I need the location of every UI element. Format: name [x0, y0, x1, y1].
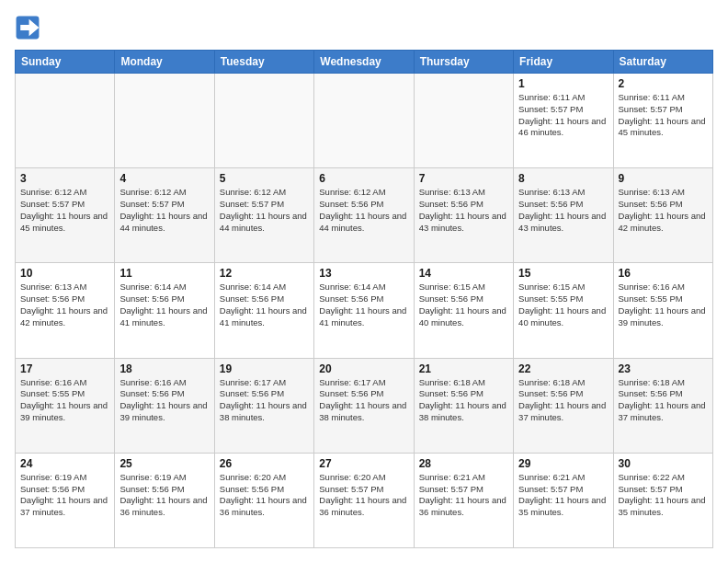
day-number: 29 — [518, 457, 608, 470]
day-info: Sunrise: 6:16 AM Sunset: 5:55 PM Dayligh… — [20, 377, 109, 424]
day-number: 21 — [419, 362, 508, 375]
day-cell: 4Sunrise: 6:12 AM Sunset: 5:57 PM Daylig… — [115, 168, 214, 263]
day-cell: 18Sunrise: 6:16 AM Sunset: 5:56 PM Dayli… — [115, 358, 214, 453]
week-row-2: 3Sunrise: 6:12 AM Sunset: 5:57 PM Daylig… — [16, 168, 713, 263]
day-info: Sunrise: 6:18 AM Sunset: 5:56 PM Dayligh… — [419, 377, 508, 424]
day-cell: 11Sunrise: 6:14 AM Sunset: 5:56 PM Dayli… — [115, 263, 214, 358]
day-number: 30 — [619, 457, 708, 470]
day-info: Sunrise: 6:18 AM Sunset: 5:56 PM Dayligh… — [619, 377, 708, 424]
weekday-header-thursday: Thursday — [414, 51, 513, 74]
day-cell — [414, 74, 513, 168]
day-number: 1 — [518, 77, 608, 90]
week-row-5: 24Sunrise: 6:19 AM Sunset: 5:56 PM Dayli… — [16, 453, 713, 547]
day-cell: 22Sunrise: 6:18 AM Sunset: 5:56 PM Dayli… — [514, 358, 613, 453]
day-number: 19 — [220, 362, 309, 375]
day-cell: 30Sunrise: 6:22 AM Sunset: 5:57 PM Dayli… — [613, 453, 712, 547]
day-number: 20 — [319, 362, 408, 375]
day-info: Sunrise: 6:13 AM Sunset: 5:56 PM Dayligh… — [619, 187, 708, 234]
day-number: 22 — [518, 362, 608, 375]
day-cell: 2Sunrise: 6:11 AM Sunset: 5:57 PM Daylig… — [613, 74, 712, 168]
weekday-header-monday: Monday — [115, 51, 214, 74]
day-number: 28 — [419, 457, 508, 470]
day-info: Sunrise: 6:14 AM Sunset: 5:56 PM Dayligh… — [119, 282, 209, 328]
day-number: 15 — [518, 267, 608, 280]
day-info: Sunrise: 6:13 AM Sunset: 5:56 PM Dayligh… — [20, 282, 109, 328]
day-info: Sunrise: 6:13 AM Sunset: 5:56 PM Dayligh… — [518, 187, 608, 234]
week-row-1: 1Sunrise: 6:11 AM Sunset: 5:57 PM Daylig… — [16, 74, 713, 168]
day-number: 2 — [619, 77, 708, 90]
day-cell: 23Sunrise: 6:18 AM Sunset: 5:56 PM Dayli… — [613, 358, 712, 453]
day-cell: 5Sunrise: 6:12 AM Sunset: 5:57 PM Daylig… — [214, 168, 313, 263]
day-info: Sunrise: 6:12 AM Sunset: 5:57 PM Dayligh… — [119, 187, 209, 234]
page: SundayMondayTuesdayWednesdayThursdayFrid… — [0, 0, 728, 563]
day-number: 9 — [619, 172, 708, 185]
weekday-header-sunday: Sunday — [16, 51, 115, 74]
day-info: Sunrise: 6:13 AM Sunset: 5:56 PM Dayligh… — [419, 187, 508, 234]
day-cell: 15Sunrise: 6:15 AM Sunset: 5:55 PM Dayli… — [514, 263, 613, 358]
day-number: 4 — [119, 172, 209, 185]
day-number: 17 — [20, 362, 109, 375]
day-number: 12 — [220, 267, 309, 280]
day-number: 6 — [319, 172, 408, 185]
day-cell: 20Sunrise: 6:17 AM Sunset: 5:56 PM Dayli… — [314, 358, 414, 453]
day-number: 3 — [20, 172, 109, 185]
header — [15, 15, 713, 40]
day-info: Sunrise: 6:11 AM Sunset: 5:57 PM Dayligh… — [619, 92, 708, 139]
weekday-header-row: SundayMondayTuesdayWednesdayThursdayFrid… — [16, 51, 713, 74]
day-cell: 8Sunrise: 6:13 AM Sunset: 5:56 PM Daylig… — [514, 168, 613, 263]
day-info: Sunrise: 6:22 AM Sunset: 5:57 PM Dayligh… — [619, 472, 708, 519]
day-cell: 26Sunrise: 6:20 AM Sunset: 5:56 PM Dayli… — [214, 453, 313, 547]
calendar-table: SundayMondayTuesdayWednesdayThursdayFrid… — [15, 50, 713, 548]
day-cell: 1Sunrise: 6:11 AM Sunset: 5:57 PM Daylig… — [514, 74, 613, 168]
day-cell: 17Sunrise: 6:16 AM Sunset: 5:55 PM Dayli… — [16, 358, 115, 453]
day-cell: 21Sunrise: 6:18 AM Sunset: 5:56 PM Dayli… — [414, 358, 513, 453]
day-number: 10 — [20, 267, 109, 280]
day-number: 26 — [220, 457, 309, 470]
day-info: Sunrise: 6:17 AM Sunset: 5:56 PM Dayligh… — [319, 377, 408, 424]
day-cell: 19Sunrise: 6:17 AM Sunset: 5:56 PM Dayli… — [214, 358, 313, 453]
logo — [15, 15, 44, 40]
day-cell — [314, 74, 414, 168]
weekday-header-saturday: Saturday — [613, 51, 712, 74]
day-info: Sunrise: 6:17 AM Sunset: 5:56 PM Dayligh… — [220, 377, 309, 424]
day-number: 24 — [20, 457, 109, 470]
day-info: Sunrise: 6:16 AM Sunset: 5:55 PM Dayligh… — [619, 282, 708, 328]
day-info: Sunrise: 6:18 AM Sunset: 5:56 PM Dayligh… — [518, 377, 608, 424]
day-cell: 25Sunrise: 6:19 AM Sunset: 5:56 PM Dayli… — [115, 453, 214, 547]
day-cell: 6Sunrise: 6:12 AM Sunset: 5:56 PM Daylig… — [314, 168, 414, 263]
day-info: Sunrise: 6:20 AM Sunset: 5:57 PM Dayligh… — [319, 472, 408, 519]
day-info: Sunrise: 6:14 AM Sunset: 5:56 PM Dayligh… — [319, 282, 408, 328]
day-number: 5 — [220, 172, 309, 185]
day-number: 27 — [319, 457, 408, 470]
day-cell: 13Sunrise: 6:14 AM Sunset: 5:56 PM Dayli… — [314, 263, 414, 358]
day-info: Sunrise: 6:20 AM Sunset: 5:56 PM Dayligh… — [220, 472, 309, 519]
day-number: 16 — [619, 267, 708, 280]
day-cell — [16, 74, 115, 168]
day-info: Sunrise: 6:15 AM Sunset: 5:56 PM Dayligh… — [419, 282, 508, 328]
day-number: 11 — [119, 267, 209, 280]
day-cell: 14Sunrise: 6:15 AM Sunset: 5:56 PM Dayli… — [414, 263, 513, 358]
week-row-3: 10Sunrise: 6:13 AM Sunset: 5:56 PM Dayli… — [16, 263, 713, 358]
day-info: Sunrise: 6:12 AM Sunset: 5:57 PM Dayligh… — [20, 187, 109, 234]
day-number: 7 — [419, 172, 508, 185]
day-info: Sunrise: 6:19 AM Sunset: 5:56 PM Dayligh… — [20, 472, 109, 519]
day-cell: 24Sunrise: 6:19 AM Sunset: 5:56 PM Dayli… — [16, 453, 115, 547]
day-info: Sunrise: 6:15 AM Sunset: 5:55 PM Dayligh… — [518, 282, 608, 328]
day-cell: 16Sunrise: 6:16 AM Sunset: 5:55 PM Dayli… — [613, 263, 712, 358]
logo-icon — [15, 15, 40, 40]
day-number: 18 — [119, 362, 209, 375]
day-cell — [115, 74, 214, 168]
day-info: Sunrise: 6:12 AM Sunset: 5:56 PM Dayligh… — [319, 187, 408, 234]
day-number: 14 — [419, 267, 508, 280]
weekday-header-friday: Friday — [514, 51, 613, 74]
day-cell — [214, 74, 313, 168]
week-row-4: 17Sunrise: 6:16 AM Sunset: 5:55 PM Dayli… — [16, 358, 713, 453]
day-cell: 28Sunrise: 6:21 AM Sunset: 5:57 PM Dayli… — [414, 453, 513, 547]
day-number: 8 — [518, 172, 608, 185]
day-info: Sunrise: 6:21 AM Sunset: 5:57 PM Dayligh… — [419, 472, 508, 519]
day-info: Sunrise: 6:16 AM Sunset: 5:56 PM Dayligh… — [119, 377, 209, 424]
day-cell: 3Sunrise: 6:12 AM Sunset: 5:57 PM Daylig… — [16, 168, 115, 263]
day-info: Sunrise: 6:14 AM Sunset: 5:56 PM Dayligh… — [220, 282, 309, 328]
day-info: Sunrise: 6:21 AM Sunset: 5:57 PM Dayligh… — [518, 472, 608, 519]
day-cell: 27Sunrise: 6:20 AM Sunset: 5:57 PM Dayli… — [314, 453, 414, 547]
